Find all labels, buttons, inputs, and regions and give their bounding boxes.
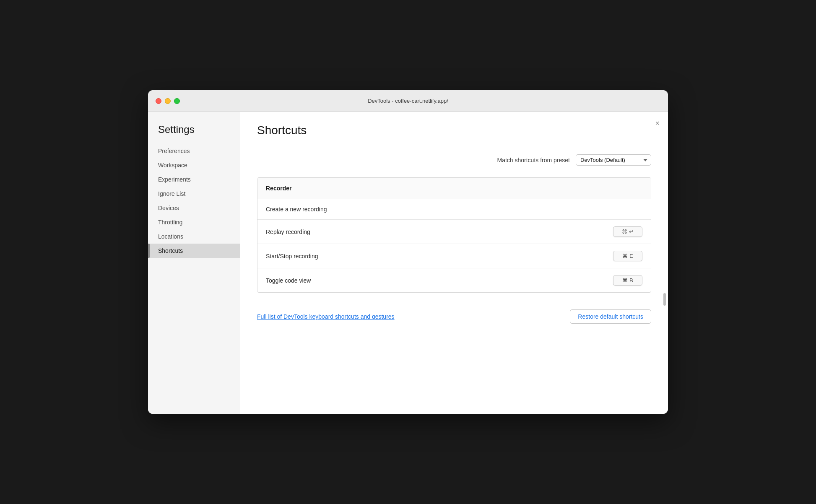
sidebar-item-locations[interactable]: Locations — [148, 229, 240, 244]
title-divider — [257, 144, 651, 144]
close-traffic-light[interactable] — [156, 98, 161, 104]
key-combo-replay[interactable]: ⌘ ↵ — [613, 226, 642, 237]
titlebar: DevTools - coffee-cart.netlify.app/ — [148, 90, 668, 112]
scrollbar-track — [663, 293, 666, 310]
preset-label: Match shortcuts from preset — [497, 157, 570, 164]
main-content: × Shortcuts Match shortcuts from preset … — [240, 112, 668, 414]
traffic-lights — [156, 98, 180, 104]
key-combo-start-stop[interactable]: ⌘ E — [613, 251, 642, 261]
shortcut-name-create: Create a new recording — [266, 206, 642, 213]
preset-select[interactable]: DevTools (Default) Visual Studio Code — [576, 154, 651, 166]
minimize-traffic-light[interactable] — [165, 98, 171, 104]
shortcuts-section-recorder: Recorder Create a new recording Replay r… — [257, 177, 651, 293]
shortcut-row-start-stop: Start/Stop recording ⌘ E — [257, 244, 651, 268]
sidebar-item-ignore-list[interactable]: Ignore List — [148, 187, 240, 201]
shortcut-name-start-stop: Start/Stop recording — [266, 253, 613, 260]
sidebar-heading: Settings — [148, 124, 240, 144]
maximize-traffic-light[interactable] — [174, 98, 180, 104]
section-header-recorder: Recorder — [257, 178, 651, 199]
key-combo-toggle-code[interactable]: ⌘ B — [613, 275, 642, 286]
sidebar-item-throttling[interactable]: Throttling — [148, 215, 240, 229]
sidebar-item-experiments[interactable]: Experiments — [148, 172, 240, 187]
devtools-window: DevTools - coffee-cart.netlify.app/ Sett… — [148, 90, 668, 414]
shortcut-name-toggle-code: Toggle code view — [266, 277, 613, 284]
preset-row: Match shortcuts from preset DevTools (De… — [257, 154, 651, 166]
sidebar-item-preferences[interactable]: Preferences — [148, 144, 240, 158]
sidebar-item-workspace[interactable]: Workspace — [148, 158, 240, 172]
close-button[interactable]: × — [655, 120, 660, 127]
section-title-recorder: Recorder — [266, 185, 291, 192]
shortcut-row-toggle-code: Toggle code view ⌘ B — [257, 268, 651, 292]
sidebar-item-devices[interactable]: Devices — [148, 201, 240, 215]
shortcut-name-replay: Replay recording — [266, 229, 613, 235]
window-title: DevTools - coffee-cart.netlify.app/ — [368, 98, 448, 104]
footer-row: Full list of DevTools keyboard shortcuts… — [257, 305, 651, 324]
sidebar-item-shortcuts[interactable]: Shortcuts — [148, 244, 240, 258]
window-body: Settings Preferences Workspace Experimen… — [148, 112, 668, 414]
shortcut-row-replay: Replay recording ⌘ ↵ — [257, 220, 651, 244]
sidebar: Settings Preferences Workspace Experimen… — [148, 112, 240, 414]
restore-defaults-button[interactable]: Restore default shortcuts — [570, 309, 651, 324]
scrollbar-thumb[interactable] — [663, 293, 666, 306]
shortcut-row-create: Create a new recording — [257, 199, 651, 220]
full-list-link[interactable]: Full list of DevTools keyboard shortcuts… — [257, 313, 395, 320]
page-title: Shortcuts — [257, 124, 651, 137]
